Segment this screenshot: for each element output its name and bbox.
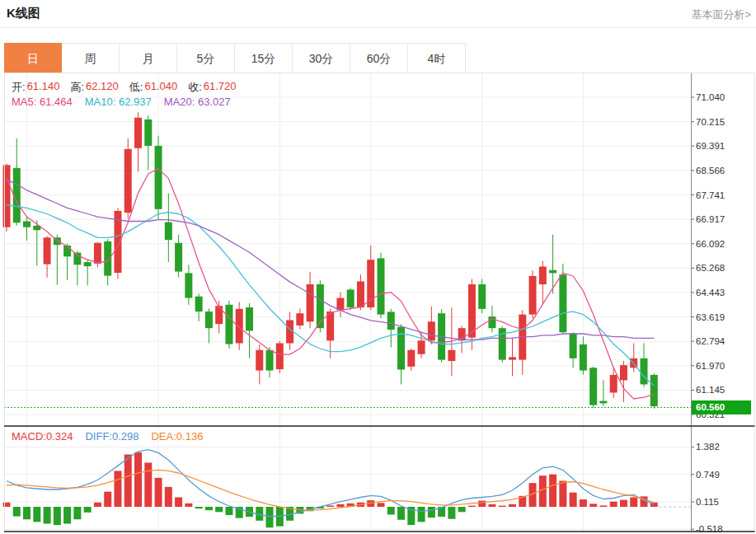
candle-body: [175, 243, 182, 272]
candle-body: [650, 375, 658, 406]
candle-body: [529, 276, 537, 315]
macd-bar: [185, 504, 192, 507]
price-tick-label: 62.794: [696, 336, 725, 346]
price-tick-label: 61.970: [696, 361, 725, 371]
macd-bar: [580, 499, 587, 507]
candle-body: [296, 313, 303, 326]
macd-bar: [175, 497, 182, 507]
candle-body: [144, 119, 152, 146]
current-price-badge-label: 60.560: [696, 402, 725, 412]
candle-body: [246, 307, 253, 330]
fundamental-analysis-link[interactable]: 基本面分析>: [691, 7, 751, 22]
candle-body: [599, 401, 607, 404]
candle-body: [195, 297, 203, 312]
ma5-line: [7, 169, 654, 399]
macd-bar: [63, 507, 71, 523]
macd-bar: [377, 503, 384, 507]
candle-body: [620, 365, 627, 380]
kline-chart[interactable]: 71.04070.21569.39168.56667.74166.91766.0…: [0, 73, 756, 534]
macd-bar: [589, 504, 597, 507]
macd-bar: [599, 505, 607, 507]
macd-bar: [124, 454, 132, 507]
macd-bar: [387, 507, 395, 514]
macd-bar: [104, 492, 111, 507]
macd-bar: [539, 475, 547, 507]
macd-bar: [418, 507, 425, 522]
macd-bar: [336, 504, 344, 507]
price-tick-label: 70.215: [696, 117, 725, 127]
tab-period-4[interactable]: 15分: [235, 43, 293, 73]
price-tick-label: 68.566: [696, 166, 725, 176]
macd-bar: [13, 507, 21, 517]
tab-period-0[interactable]: 日: [4, 43, 62, 73]
macd-bar: [397, 507, 405, 520]
tab-period-7[interactable]: 4时: [408, 43, 466, 73]
candle-body: [641, 358, 648, 385]
candle-body: [418, 340, 425, 354]
macd-bar: [559, 481, 566, 508]
macd-bar: [73, 507, 81, 519]
macd-bar: [428, 507, 435, 518]
macd-bar: [266, 507, 274, 527]
candle-body: [124, 149, 132, 213]
candle-body: [347, 289, 355, 307]
candle-body: [478, 284, 486, 309]
price-tick-label: 69.391: [696, 141, 725, 151]
macd-bar: [144, 462, 152, 507]
ma10-line: [7, 205, 654, 386]
candle-body: [63, 246, 71, 256]
candle-body: [23, 222, 31, 227]
candle-body: [610, 375, 617, 393]
tab-period-5[interactable]: 30分: [293, 43, 350, 73]
tab-period-6[interactable]: 60分: [350, 43, 408, 73]
candle-body: [448, 350, 455, 361]
candle-body: [589, 368, 597, 405]
candle-body: [336, 298, 344, 311]
price-tick-label: 61.145: [696, 385, 725, 395]
macd-bar: [215, 507, 223, 512]
candle-body: [488, 316, 495, 328]
price-tick-label: 67.741: [696, 190, 725, 200]
macd-bar: [54, 507, 61, 525]
candle-body: [3, 165, 11, 227]
macd-bar: [205, 507, 213, 510]
macd-bar: [448, 507, 455, 519]
macd-bar: [630, 497, 637, 507]
tab-period-2[interactable]: 月: [120, 43, 177, 73]
tab-period-3[interactable]: 5分: [177, 43, 235, 73]
macd-bar: [33, 507, 40, 522]
macd-bar: [326, 505, 334, 507]
page-title: K线图: [7, 6, 40, 21]
tab-period-1[interactable]: 周: [62, 43, 120, 73]
price-tick-label: 71.040: [696, 92, 725, 102]
candle-body: [84, 262, 92, 266]
candle-body: [134, 118, 142, 148]
macd-tick-label: 0.749: [696, 470, 720, 480]
page-header: K线图 基本面分析>: [0, 0, 756, 28]
macd-bar: [165, 487, 172, 507]
macd-tick-label: -0.518: [696, 524, 723, 534]
macd-bar: [44, 507, 51, 523]
macd-bar: [114, 471, 121, 507]
candle-body: [73, 253, 81, 265]
candle-body: [307, 284, 314, 321]
candle-body: [225, 305, 232, 344]
macd-bar: [620, 500, 627, 507]
candle-body: [428, 321, 435, 340]
candle-body: [377, 258, 384, 314]
macd-bar: [468, 506, 476, 507]
macd-bar: [610, 502, 617, 507]
candle-body: [266, 350, 274, 371]
candle-body: [236, 309, 243, 344]
candle-body: [276, 343, 284, 369]
macd-bar: [225, 507, 232, 515]
candle-body: [215, 306, 223, 324]
price-tick-label: 66.917: [696, 214, 725, 224]
macd-tick-label: 0.115: [696, 497, 719, 507]
candle-body: [165, 222, 172, 241]
candle-body: [539, 266, 547, 284]
macd-bar: [134, 452, 142, 507]
candle-body: [185, 273, 192, 297]
period-tab-strip: 日周月5分15分30分60分4时: [4, 43, 466, 73]
macd-bar: [488, 504, 495, 507]
